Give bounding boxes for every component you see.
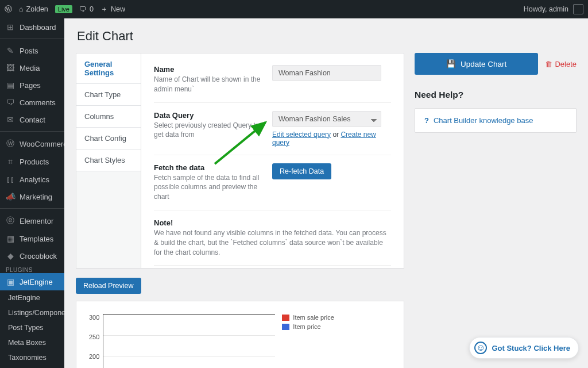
sidebar-label: Templates [20,235,53,243]
sub-posttypes[interactable]: Post Types [0,320,64,335]
chart-name-input[interactable] [272,65,381,81]
sidebar-label: Posts [20,47,38,55]
new-label: New [111,5,125,13]
chat-icon: 🗨 [6,98,15,107]
woo-icon: ⓦ [6,139,15,149]
smiley-icon [474,342,487,354]
tab-chart-styles[interactable]: Chart Styles [76,150,141,171]
fetch-label: Fetch the data [154,163,261,172]
kb-link[interactable]: Chart Builder knowledge base [434,116,533,125]
elementor-icon: ⓔ [6,216,15,226]
note-description: We have not found any visible columns in… [154,228,391,257]
fetch-description: Fetch sample of the data to find all pos… [154,173,261,202]
sidebar-item-crocoblock[interactable]: ◆Crocoblock [0,247,64,264]
delete-button[interactable]: 🗑Delete [545,60,577,68]
sidebar-item-media[interactable]: 🖾Media [0,59,64,76]
sidebar-label: Marketing [20,193,52,201]
edit-query-link[interactable]: Edit selected query [272,131,331,139]
wordpress-icon: ⓦ [5,5,12,14]
sidebar-item-contact[interactable]: ✉Contact [0,111,64,128]
or-text: or [331,131,341,139]
comments-count: 0 [90,5,94,13]
sidebar-label: Dashboard [20,23,56,32]
delete-label: Delete [555,60,577,68]
plus-icon: ＋ [100,5,108,14]
reload-preview-button[interactable]: Reload Preview [76,278,141,294]
sidebar-label: Products [20,158,49,166]
note-label: Note! [154,218,391,227]
sidebar-item-elementor[interactable]: ⓔElementor [0,212,64,230]
sidebar-item-pages[interactable]: ▤Pages [0,76,64,94]
avatar[interactable] [573,4,583,14]
admin-sidebar: ⊞Dashboard ✎Posts 🖾Media ▤Pages 🗨Comment… [0,18,64,368]
tab-columns[interactable]: Columns [76,106,141,128]
question-icon: ? [424,116,429,125]
settings-panel: General Settings Chart Type Columns Char… [76,53,404,269]
data-query-description: Select previously created Query to get d… [154,121,261,140]
sidebar-item-marketing[interactable]: 📣Marketing [0,188,64,205]
tab-general-settings[interactable]: General Settings [76,53,141,84]
megaphone-icon: 📣 [6,192,15,201]
sidebar-label: Pages [20,81,41,90]
sidebar-label: Crocoblock [20,252,57,260]
sidebar-item-woocommerce[interactable]: ⓦWooCommerce [0,135,64,153]
templates-icon: ▦ [6,234,15,243]
howdy-text[interactable]: Howdy, admin [524,5,568,13]
mail-icon: ✉ [6,115,15,124]
data-query-label: Data Query [154,111,261,120]
sidebar-item-comments[interactable]: 🗨Comments [0,94,64,111]
site-link[interactable]: ⌂Zolden [19,5,48,13]
comments-link[interactable]: 🗨0 [79,5,94,13]
sidebar-item-jetengine[interactable]: ▣JetEngine [0,273,64,290]
refetch-button[interactable]: Re-fetch Data [272,163,331,179]
sidebar-item-dashboard[interactable]: ⊞Dashboard [0,18,64,36]
crocoblock-icon: ◆ [6,251,15,260]
sub-listings[interactable]: Listings/Components [0,305,64,320]
tab-chart-config[interactable]: Chart Config [76,128,141,150]
wp-logo[interactable]: ⓦ [5,5,12,14]
sidebar-item-products[interactable]: ⌗Products [0,153,64,171]
tab-chart-type[interactable]: Chart Type [76,84,141,106]
sub-taxonomies[interactable]: Taxonomies [0,350,64,365]
name-description: Name of Chart will be shown in the admin… [154,75,261,94]
sidebar-label: Media [20,64,40,72]
data-query-select[interactable]: Woman Fashion Sales [272,111,381,127]
sidebar-label: Comments [20,98,56,107]
trash-icon: 🗑 [545,60,552,68]
new-content-link[interactable]: ＋New [100,5,125,14]
sidebar-item-analytics[interactable]: ⫿⫿Analytics [0,171,64,188]
pin-icon: ✎ [6,46,15,55]
save-icon: 💾 [446,59,456,68]
page-icon: ▤ [6,80,15,90]
update-chart-button[interactable]: 💾Update Chart [415,53,538,75]
help-box: ?Chart Builder knowledge base [415,108,577,133]
update-label: Update Chart [461,60,506,68]
live-badge[interactable]: Live [55,5,72,13]
home-icon: ⌂ [19,5,24,13]
analytics-icon: ⫿⫿ [6,175,15,184]
got-stuck-widget[interactable]: Got Stuck? Click Here [469,337,579,359]
sidebar-label: JetEngine [20,278,53,286]
dashboard-icon: ⊞ [6,22,15,32]
sub-relations[interactable]: Relations [0,365,64,368]
name-label: Name [154,65,261,74]
product-icon: ⌗ [6,157,15,167]
jetengine-icon: ▣ [6,277,15,286]
chart-preview: 30025020015010050 Item sale priceItem pr… [76,301,404,368]
sidebar-label: Contact [20,116,45,124]
sidebar-label: Elementor [20,217,53,225]
sidebar-label: WooCommerce [20,140,64,148]
sidebar-label: Analytics [20,175,49,184]
sub-metaboxes[interactable]: Meta Boxes [0,335,64,350]
chart-legend: Item sale priceItem price [282,314,334,368]
need-help-heading: Need Help? [415,90,577,100]
sub-jetengine[interactable]: JetEngine [0,290,64,305]
sidebar-item-posts[interactable]: ✎Posts [0,42,64,59]
admin-bar: ⓦ ⌂Zolden Live 🗨0 ＋New Howdy, admin [0,0,588,18]
got-stuck-label: Got Stuck? Click Here [492,344,570,352]
sidebar-item-templates[interactable]: ▦Templates [0,230,64,247]
media-icon: 🖾 [6,63,15,72]
chart-canvas [103,314,275,368]
page-title: Edit Chart [77,29,577,44]
comment-icon: 🗨 [79,5,87,13]
